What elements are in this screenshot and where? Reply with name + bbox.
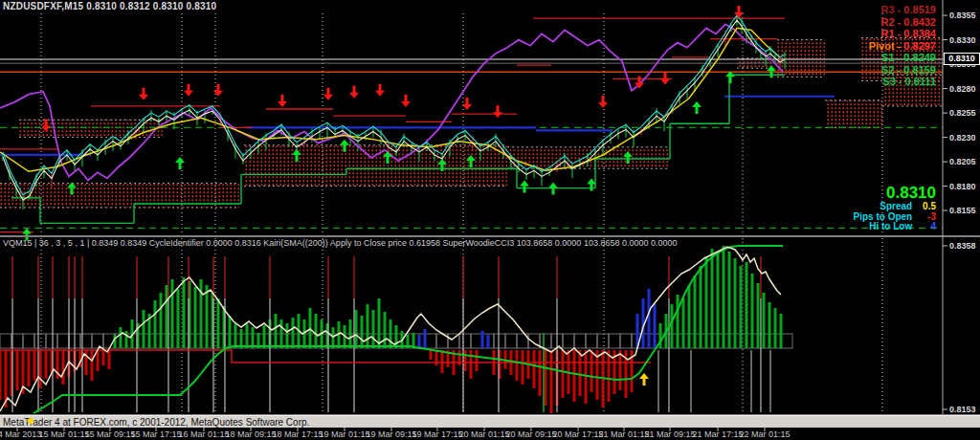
pivot-row-r1: R1 - 0.8384	[869, 28, 936, 40]
pivot-levels-panel: R3 - 0.8519R2 - 0.8432R1 - 0.8384Pivot -…	[869, 4, 936, 88]
time-label: 15 Mar 17:15	[130, 429, 181, 439]
main-axis-tick: 0.8155	[949, 206, 976, 215]
main-axis-tick: 0.8330	[949, 35, 976, 45]
mt4-window: NZDUSDFXF,M15 0.8310 0.8312 0.8310 0.831…	[0, 0, 980, 440]
info-row: Hi to Low 4	[854, 222, 936, 232]
time-label: 22 Mar 01:15	[739, 429, 790, 439]
lower-axis-tick: 0.8358	[949, 241, 976, 251]
time-label: 18 Mar 17:15	[272, 429, 323, 439]
time-label: 20 Mar 09:15	[505, 429, 556, 439]
time-label: 16 Mar 01:15	[178, 429, 229, 439]
lower-axis-tick: 0.8153	[949, 405, 976, 414]
time-label: 21 Mar 17:15	[692, 429, 743, 439]
price-info-panel: 0.8310Spread 0.5Pips to Open -3Hi to Low…	[854, 185, 936, 232]
time-label: 19 Mar 01:15	[319, 429, 369, 439]
indicator-header: VQM15 | 36 , 3 , 5 , 1 | 0.8349 0.8349 C…	[3, 238, 677, 248]
time-label: 15 Mar 09:15	[84, 429, 135, 439]
current-price-display: 0.8310	[854, 185, 936, 202]
main-axis-tick: 0.8180	[949, 182, 976, 191]
time-label: 20 Mar 17:15	[552, 429, 603, 439]
time-label: 19 Mar 09:15	[366, 429, 416, 439]
main-axis-tick: 0.8230	[949, 133, 976, 143]
pivot-row-s2: S2 - 0.8159	[869, 64, 936, 77]
chart-title: NZDUSDFXF,M15 0.8310 0.8312 0.8310 0.831…	[3, 1, 216, 11]
time-label: 19 Mar 17:15	[412, 429, 462, 439]
status-bar: MetaTrader 4 at FOREX.com, c 2001-2012, …	[0, 415, 980, 428]
main-axis-tick: 0.8280	[949, 84, 976, 94]
time-label: 21 Mar 09:15	[644, 429, 695, 439]
pivot-row-r3: R3 - 0.8519	[869, 4, 936, 16]
time-label: 21 Mar 01:15	[598, 429, 649, 439]
pivot-row-s3: S3 - 0.8111	[869, 76, 936, 88]
pivot-row-pivot: Pivot - 0.8297	[869, 40, 936, 53]
main-axis-tick: 0.8255	[949, 108, 976, 118]
current-price-box: 0.8310	[944, 53, 980, 65]
time-label: 14 Mar 2013	[0, 429, 41, 439]
pivot-row-r2: R2 - 0.8432	[869, 16, 936, 29]
chart-canvas[interactable]	[0, 0, 980, 440]
time-label: 18 Mar 09:15	[225, 429, 276, 439]
main-axis-tick: 0.8205	[949, 157, 976, 166]
main-axis-tick: 0.8355	[949, 11, 976, 20]
time-label: 15 Mar 01:15	[38, 429, 89, 439]
time-label: 20 Mar 01:15	[458, 429, 509, 439]
pivot-row-s1: S1 - 0.8249	[869, 52, 936, 64]
